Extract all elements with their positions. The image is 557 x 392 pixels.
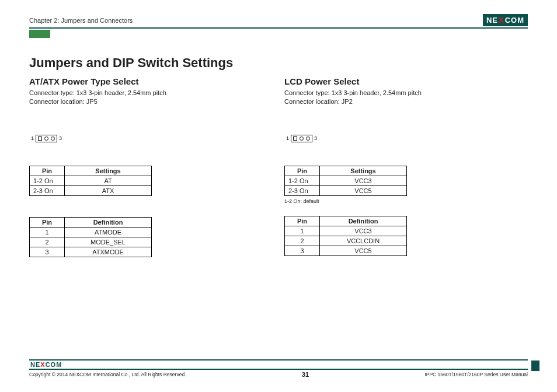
th-definition: Definition: [65, 217, 152, 227]
th-pin: Pin: [285, 166, 320, 176]
pin-1-square-icon: [38, 136, 42, 141]
th-definition: Definition: [320, 216, 407, 226]
pin-1-square-icon: [293, 136, 297, 141]
settings-table-right: Pin Settings 1-2 On VCC3 2-3 On VCC5: [284, 166, 407, 196]
pin-3-circle-icon: [306, 136, 310, 141]
page-title: Jumpers and DIP Switch Settings: [29, 55, 528, 71]
pin-label-1: 1: [286, 135, 289, 141]
th-pin: Pin: [285, 216, 320, 226]
page-number: 31: [302, 371, 309, 378]
section-tab: [29, 30, 50, 38]
table-row: 1 VCC3: [285, 226, 407, 236]
logo-text-x: X: [499, 16, 504, 24]
pin-diagram-right: 1 3: [284, 135, 528, 142]
table-row: 2 VCCLCDIN: [285, 236, 407, 246]
default-note: 1-2 On: default: [284, 198, 528, 204]
connector-location-left: Connector location: JP5: [29, 97, 278, 106]
th-settings: Settings: [320, 166, 407, 176]
pin-label-3: 3: [59, 135, 62, 141]
brand-logo-top: NEXCOM: [483, 14, 528, 26]
pin-diagram-left: 1 3: [29, 135, 278, 142]
copyright-text: Copyright © 2014 NEXCOM International Co…: [29, 372, 186, 377]
table-row: 1-2 On AT: [30, 176, 152, 186]
table-row: 3 ATXMODE: [30, 247, 152, 257]
definition-table-left: Pin Definition 1 ATMODE 2 MODE_SEL 3 ATX…: [29, 217, 152, 257]
definition-table-right: Pin Definition 1 VCC3 2 VCCLCDIN 3 VCC5: [284, 216, 407, 256]
table-row: 1 ATMODE: [30, 227, 152, 237]
pin-2-circle-icon: [44, 136, 48, 141]
table-row: 2-3 On ATX: [30, 186, 152, 195]
manual-title: IPPC 1560T/1960T/2160P Series User Manua…: [424, 372, 528, 377]
pin-2-circle-icon: [300, 136, 304, 141]
brand-logo-bottom: NEXCOM: [30, 361, 62, 368]
settings-table-left: Pin Settings 1-2 On AT 2-3 On ATX: [29, 166, 152, 196]
connector-type-right: Connector type: 1x3 3-pin header, 2.54mm…: [284, 89, 528, 97]
th-settings: Settings: [65, 166, 152, 176]
table-row: 2-3 On VCC5: [285, 186, 407, 195]
logo-text-pre: NE: [486, 16, 498, 24]
th-pin: Pin: [30, 217, 65, 227]
table-row: 3 VCC5: [285, 246, 407, 256]
pin-label-1: 1: [31, 135, 34, 141]
connector-type-left: Connector type: 1x3 3-pin header, 2.54mm…: [29, 89, 278, 97]
connector-location-right: Connector location: JP2: [284, 97, 528, 106]
chapter-title: Chapter 2: Jumpers and Connectors: [29, 17, 133, 24]
pin-label-3: 3: [314, 135, 317, 141]
table-row: 2 MODE_SEL: [30, 237, 152, 247]
logo-text-post: COM: [505, 16, 524, 24]
section-heading-atatx: AT/ATX Power Type Select: [29, 76, 278, 86]
table-row: 1-2 On VCC3: [285, 176, 407, 186]
section-heading-lcd: LCD Power Select: [284, 76, 528, 86]
th-pin: Pin: [30, 166, 65, 176]
pin-3-circle-icon: [51, 136, 55, 141]
